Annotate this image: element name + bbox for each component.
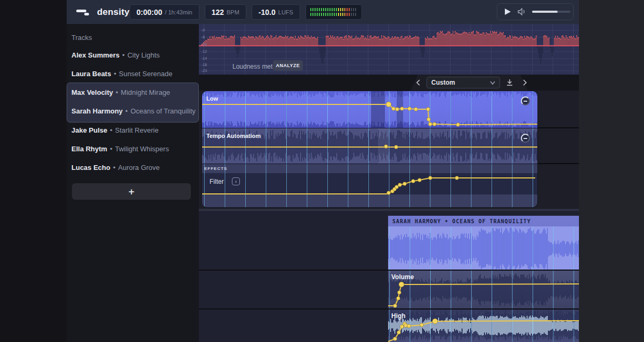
lufs-display: -10.0 LUFS [252, 4, 300, 20]
total-duration: / 1h:43min [165, 9, 192, 15]
scale-label-10: -10 [202, 43, 207, 46]
volume-lane-label: Volume [391, 273, 414, 281]
lane-divider [535, 127, 579, 128]
main-area: -0 -8 -10 -12 -14 -18 -23 Loudness meter… [199, 24, 579, 342]
automation-lanes-panel: Low Tempo Automatiom EFFECTS Filter › [202, 91, 538, 208]
lane-tempo-knob[interactable] [521, 134, 530, 143]
screen: density 0:00:00 / 1h:43min 122 BPM -10.0… [0, 0, 644, 342]
plus-icon: + [128, 186, 134, 198]
lufs-value: -10.0 [259, 8, 276, 17]
filter-expand-button[interactable]: › [232, 177, 240, 185]
playback-controls [497, 3, 574, 20]
scale-label-14: -14 [202, 56, 207, 60]
lane-low[interactable]: Low [202, 91, 538, 128]
download-icon[interactable] [505, 78, 514, 87]
level-meter-row-left [310, 8, 357, 11]
loudness-meter-panel[interactable]: -0 -8 -10 -12 -14 -18 -23 Loudness meter… [199, 24, 579, 75]
audio-clip-sarah-harmony[interactable]: SARAH HARMONY • OCEANS OF TRANQUILITY [388, 216, 579, 272]
scale-label-8: -8 [202, 35, 205, 39]
sidebar-item-track-1[interactable]: Laura Beats • Sunset Serenade [67, 66, 199, 82]
lufs-unit: LUFS [278, 9, 293, 15]
lane-divider [535, 163, 579, 164]
chevron-down-icon [490, 81, 495, 85]
scale-label-0: -0 [202, 28, 205, 32]
lane-tempo-label: Tempo Automatiom [206, 133, 261, 139]
high-lane-label: High [391, 312, 406, 320]
density-logo-icon [76, 9, 92, 16]
lane-tempo[interactable]: Tempo Automatiom [202, 128, 538, 164]
sidebar-item-track-0[interactable]: Alex Summers • City Lights [67, 47, 199, 63]
preset-select-value: Custom [431, 79, 490, 86]
automation-lanes-section: Low Tempo Automatiom EFFECTS Filter › [199, 91, 579, 209]
lane-low-label: Low [206, 95, 218, 102]
chevron-left-icon[interactable] [414, 78, 423, 87]
analyze-button[interactable]: ANALYZE [273, 60, 303, 71]
app-window: density 0:00:00 / 1h:43min 122 BPM -10.0… [67, 0, 579, 342]
play-button[interactable] [504, 8, 511, 15]
lane-effects[interactable]: EFFECTS Filter › [202, 164, 538, 208]
track-sidebar: Tracks Alex Summers • City Lights Laura … [67, 24, 199, 342]
filter-label: Filter [210, 178, 224, 185]
sidebar-item-track-5[interactable]: Ella Rhytm • Twilight Whispers [67, 141, 199, 157]
effects-caption: EFFECTS [204, 166, 227, 171]
timeline-grid: SARAH HARMONY • OCEANS OF TRANQUILITY Vo… [199, 209, 579, 342]
volume-icon[interactable] [518, 8, 527, 15]
current-time: 0:00:00 [136, 8, 162, 17]
sidebar-item-track-3[interactable]: Sarah Harmony • Oceans of Tranquility [67, 103, 199, 119]
timeline-row-volume: Volume [199, 271, 579, 308]
scale-label-23: -23 [202, 69, 207, 72]
timeline-row-clip: SARAH HARMONY • OCEANS OF TRANQUILITY [199, 211, 579, 270]
volume-slider-fill [532, 11, 558, 13]
preset-select[interactable]: Custom [426, 77, 500, 88]
top-bar: density 0:00:00 / 1h:43min 122 BPM -10.0… [67, 0, 579, 24]
bpm-value: 122 [212, 8, 224, 17]
bpm-unit: BPM [227, 9, 239, 15]
level-meter-row-right [310, 13, 357, 16]
volume-slider[interactable] [532, 11, 570, 13]
scale-label-12: -12 [202, 50, 207, 53]
time-display: 0:00:00 / 1h:43min [130, 4, 199, 20]
bpm-display: 122 BPM [205, 4, 246, 20]
clip-waveform[interactable] [388, 226, 579, 272]
preset-bar: Custom [199, 75, 579, 91]
scale-label-18: -18 [202, 63, 207, 67]
add-track-button[interactable]: + [72, 183, 191, 200]
lane-low-knob[interactable] [521, 96, 530, 105]
high-automation-lane[interactable]: High [388, 310, 579, 342]
clip-title: SARAH HARMONY • OCEANS OF TRANQUILITY [392, 218, 531, 224]
clip-header[interactable]: SARAH HARMONY • OCEANS OF TRANQUILITY [388, 216, 579, 226]
level-meter [305, 4, 362, 20]
loudness-meter-label: Loudness meter [232, 63, 278, 70]
sidebar-item-track-6[interactable]: Lucas Echo • Aurora Grove [67, 159, 199, 175]
desktop-background [579, 0, 644, 342]
app-title: density [97, 7, 130, 18]
sidebar-item-track-2[interactable]: Max Velocity • Midnight Mirage [67, 84, 199, 100]
sidebar-title: Tracks [71, 34, 92, 42]
timeline-row-high: High [199, 310, 579, 342]
sidebar-item-track-4[interactable]: Jake Pulse • Starlit Reverie [67, 122, 199, 138]
volume-automation-lane[interactable]: Volume [388, 271, 579, 308]
chevron-right-icon[interactable] [520, 78, 529, 87]
app-logo: density [76, 7, 130, 18]
